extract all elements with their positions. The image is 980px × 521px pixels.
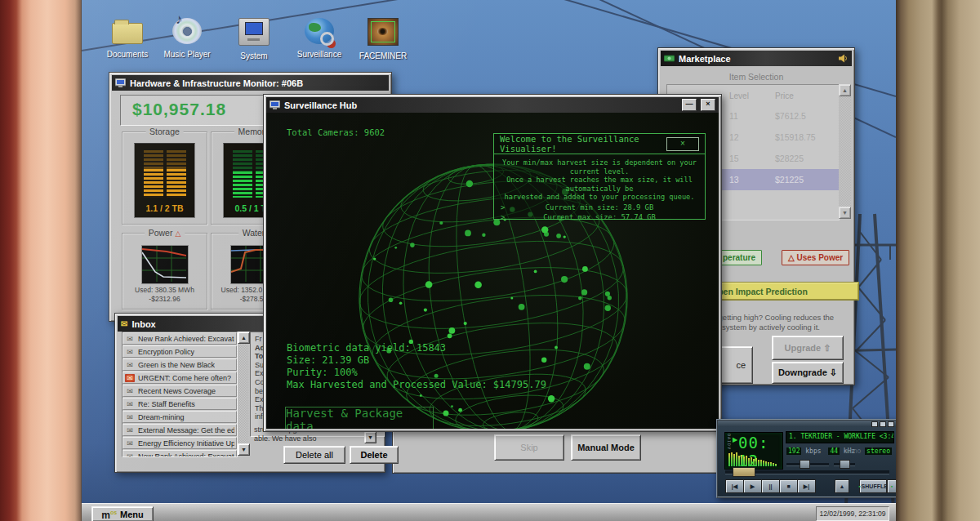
- previous-button[interactable]: |◀: [725, 479, 744, 493]
- play-button[interactable]: ▶: [743, 479, 762, 493]
- stop-button[interactable]: ■: [779, 479, 798, 493]
- eject-button[interactable]: ▲: [835, 479, 849, 493]
- inbox-message-row[interactable]: ✉ New Rank Achieved: Excavato...: [122, 332, 237, 345]
- inbox-message-row[interactable]: ✉ URGENT: Come here often?: [122, 372, 237, 384]
- inbox-message-row[interactable]: ✉ Recent News Coverage: [122, 385, 237, 397]
- message-subject: Dream-mining: [138, 413, 185, 421]
- inbox-message-row[interactable]: ✉ New Rank Achieved: Excavato...: [122, 450, 237, 457]
- taskbar: mos Menu 12/02/1999, 22:31:09: [82, 503, 896, 521]
- marketplace-titlebar[interactable]: Marketplace: [661, 51, 852, 66]
- manual-mode-button[interactable]: Manual Mode: [571, 434, 641, 461]
- desktop-icon[interactable]: Documents: [100, 18, 154, 67]
- storage-gauge: 1.1 / 2 TB: [134, 143, 195, 218]
- balance-slider[interactable]: [834, 463, 855, 466]
- welcome-body-line: harvested and added to your processing q…: [499, 193, 700, 202]
- total-cameras: Total Cameras: 9602: [287, 127, 385, 137]
- surveillance-hub-window: Surveillance Hub — × Total Cameras: 9602…: [263, 94, 722, 432]
- current-min-size: Current min size: 28.9 GB: [546, 203, 653, 212]
- desktop: Documents Music Player System Surveillan…: [82, 0, 896, 521]
- item-level: 13: [729, 175, 775, 185]
- welcome-close-button[interactable]: ×: [666, 137, 699, 151]
- harvest-package-button[interactable]: Harvest & Package data: [285, 407, 434, 429]
- balance-knob[interactable]: [840, 460, 850, 469]
- message-subject: New Rank Achieved: Excavato...: [138, 452, 234, 458]
- volume-knob[interactable]: [800, 460, 810, 469]
- desktop-icon-glyph: [305, 18, 334, 44]
- item-price: $28225: [775, 154, 839, 163]
- envelope-icon: ✉: [125, 374, 135, 382]
- next-button[interactable]: ▶|: [797, 479, 816, 493]
- message-subject: Encryption Policy: [138, 348, 194, 356]
- scroll-up-arrow[interactable]: ▲: [839, 84, 851, 96]
- desktop-icon[interactable]: FACEMINER: [356, 18, 410, 67]
- desktop-icon-label: Music Player: [160, 50, 214, 59]
- item-level: 11: [729, 111, 775, 121]
- player-shade-button[interactable]: [880, 421, 886, 427]
- downgrade-button[interactable]: Downgrade ⇩: [772, 362, 844, 384]
- item-price: $15918.75: [775, 132, 839, 142]
- message-subject: External Message: Get the edge...: [138, 426, 234, 434]
- channel-display: mono stereo: [845, 448, 892, 455]
- upgrade-button[interactable]: Upgrade ⇧: [772, 336, 844, 360]
- message-subject: New Rank Achieved: Excavato...: [138, 335, 234, 343]
- surveillance-titlebar[interactable]: Surveillance Hub — ×: [266, 97, 719, 113]
- player-titlebar[interactable]: [718, 421, 896, 427]
- player-minimize-button[interactable]: [871, 421, 878, 427]
- marketplace-scrollbar[interactable]: ▲ ▼: [839, 84, 851, 219]
- speaker-icon[interactable]: [839, 54, 849, 63]
- welcome-body-line: Once a harvest reaches the max size, it …: [499, 176, 700, 193]
- seek-knob[interactable]: [733, 467, 755, 477]
- desktop-icon[interactable]: Music Player: [160, 18, 214, 67]
- delete-all-button[interactable]: Delete all: [283, 446, 345, 464]
- clutterbar[interactable]: O A I D V: [726, 434, 732, 448]
- player-close-button[interactable]: [888, 421, 894, 427]
- hardware-monitor-titlebar[interactable]: Hardware & Infrastructure Monitor: #06B: [112, 75, 389, 91]
- pause-button[interactable]: ||: [761, 479, 780, 493]
- envelope-icon: ✉: [125, 361, 135, 369]
- scroll-down-arrow[interactable]: ▼: [238, 443, 250, 456]
- item-price: $21225: [775, 175, 839, 185]
- repeat-button[interactable]: ▪: [887, 479, 896, 493]
- inbox-message-row[interactable]: ✉ Green is the New Black: [122, 358, 237, 371]
- inbox-message-row[interactable]: ✉ Energy Efficiency Initiative Upd...: [122, 437, 237, 449]
- monitor-icon: [270, 100, 280, 109]
- storage-value: 1.1 / 2 TB: [135, 203, 194, 213]
- volume-slider[interactable]: [786, 463, 829, 466]
- price-column-header: Price: [775, 91, 835, 100]
- envelope-icon: ✉: [125, 400, 135, 408]
- desktop-icon[interactable]: Surveillance: [292, 18, 346, 67]
- desktop-icon-label: System: [227, 51, 281, 60]
- scroll-down-arrow[interactable]: ▼: [839, 207, 851, 219]
- desktop-icon[interactable]: System: [227, 18, 281, 67]
- close-button[interactable]: ×: [701, 99, 715, 111]
- desktop-icon-glyph: [112, 23, 143, 44]
- menu-button[interactable]: mos Menu: [91, 506, 154, 521]
- monitor-bezel-left: [0, 0, 82, 521]
- power-warning-icon: △: [175, 229, 180, 238]
- storage-group: Storage 1.1 / 2 TB: [122, 131, 207, 225]
- envelope-icon: ✉: [125, 426, 135, 434]
- scroll-up-arrow[interactable]: ▲: [238, 332, 250, 344]
- shuffle-button[interactable]: ▪SHUFFLE: [859, 479, 887, 493]
- music-player: O A I D V ▶ 00: 12 1. TEKRIDER - WORKLIF…: [716, 419, 896, 498]
- inbox-title: Inbox: [131, 319, 155, 329]
- desktop-icon-glyph: [238, 18, 270, 46]
- harvest-stat-line: Size: 21.39 GB: [287, 354, 546, 367]
- taskbar-clock: 12/02/1999, 22:31:09: [816, 506, 889, 521]
- desktop-icon-label: FACEMINER: [356, 51, 410, 60]
- reading-pane-scroll-down[interactable]: ▼: [364, 431, 376, 443]
- envelope-icon: ✉: [125, 348, 135, 356]
- open-impact-prediction-button[interactable]: Open Impact Prediction: [704, 282, 859, 301]
- max-size-row: > Current max size: 57.74 GB: [494, 213, 705, 221]
- inbox-message-row[interactable]: ✉ Re: Staff Benefits: [122, 398, 237, 410]
- seek-bar[interactable]: [725, 470, 889, 474]
- skip-button[interactable]: Skip: [494, 434, 564, 461]
- inbox-message-row[interactable]: ✉ Encryption Policy: [122, 345, 237, 358]
- inbox-message-row[interactable]: ✉ External Message: Get the edge...: [122, 424, 237, 436]
- inbox-scrollbar[interactable]: ▲ ▼: [238, 332, 248, 456]
- power-used: Used: 380.35 MWh: [122, 286, 207, 294]
- inbox-message-row[interactable]: ✉ Dream-mining: [122, 411, 237, 423]
- delete-button[interactable]: Delete: [350, 446, 399, 464]
- power-cost: -$2312.96: [122, 295, 207, 303]
- minimize-button[interactable]: —: [682, 99, 697, 111]
